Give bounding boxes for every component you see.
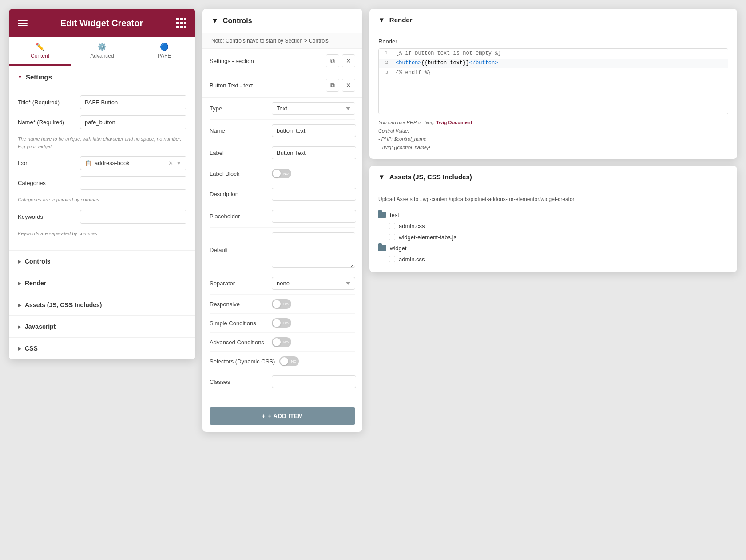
render-collapse-icon[interactable]: ▼ [378, 16, 385, 24]
hint-twig: - Twig: {{control_name}} [378, 145, 430, 150]
name-detail-input[interactable] [272, 124, 356, 137]
line-num-1: 1 [379, 49, 392, 57]
panel-header: Edit Widget Creator [9, 9, 195, 37]
settings-delete-btn[interactable]: ✕ [342, 54, 355, 67]
responsive-row: Responsive [210, 295, 355, 314]
responsive-toggle[interactable] [272, 299, 291, 309]
selectors-row: Selectors (Dynamic CSS) [210, 352, 355, 371]
settings-chevron: ▼ [18, 75, 22, 79]
advanced-conditions-toggle[interactable] [272, 337, 291, 347]
icon-select-wrapper[interactable]: 📋 address-book ✕ ▼ [80, 156, 186, 170]
folder-widget-contents: admin.css [389, 254, 728, 265]
code-editor-space [379, 78, 728, 114]
file-widget-tabs-js-checkbox[interactable] [389, 234, 395, 240]
controls-chevron: ▶ [18, 259, 21, 264]
keywords-input[interactable] [80, 210, 186, 224]
label-block-toggle[interactable] [272, 169, 291, 178]
default-textarea[interactable] [272, 232, 355, 268]
render-code-label: Render [378, 38, 728, 45]
settings-section-content: Title* (Required) Name* (Required) The n… [9, 88, 195, 251]
simple-conditions-label: Simple Conditions [210, 320, 267, 327]
label-input[interactable] [272, 146, 356, 159]
tab-advanced[interactable]: ⚙️ Advanced [71, 37, 133, 66]
title-input[interactable] [80, 95, 186, 109]
css-chevron: ▶ [18, 346, 21, 351]
title-label: Title* (Required) [18, 99, 75, 106]
label-field-label: Label [210, 150, 267, 156]
label-block-label: Label Block [210, 170, 267, 177]
assets-collapse-icon[interactable]: ▼ [378, 173, 385, 181]
advanced-conditions-row: Advanced Conditions [210, 333, 355, 352]
responsive-toggle-wrapper [272, 299, 355, 309]
advanced-tab-icon: ⚙️ [98, 43, 107, 51]
selectors-label: Selectors (Dynamic CSS) [210, 358, 275, 365]
button-text-copy-btn[interactable]: ⧉ [326, 79, 339, 92]
type-row: Type Text [210, 98, 355, 120]
keywords-label: Keywords [18, 213, 75, 220]
tab-content[interactable]: ✏️ Content [9, 37, 71, 66]
categories-label: Categories [18, 180, 75, 186]
hint-php: - PHP: $control_name [378, 136, 426, 142]
settings-section-header[interactable]: ▼ Settings [9, 66, 195, 88]
folder-widget-icon [378, 245, 386, 251]
grid-icon[interactable] [176, 18, 186, 28]
file-widget-tabs-js-name: widget-element-tabs.js [399, 234, 456, 241]
simple-conditions-row: Simple Conditions [210, 314, 355, 333]
file-widget-admin-css-name: admin.css [399, 256, 425, 263]
classes-input[interactable] [272, 375, 356, 388]
controls-label: Controls [25, 258, 51, 265]
settings-item-label: Settings - section [210, 58, 322, 64]
hamburger-icon[interactable] [18, 20, 28, 26]
icon-row: Icon 📋 address-book ✕ ▼ [18, 156, 186, 170]
button-text-item-label: Button Text - text [210, 82, 322, 89]
line-content-2: <button>{{button_text}}</button> [392, 59, 728, 67]
line-content-1: {% if button_text is not empty %} [392, 49, 728, 58]
button-text-delete-btn[interactable]: ✕ [342, 79, 355, 92]
placeholder-input[interactable] [272, 210, 356, 223]
controls-collapse-icon[interactable]: ▼ [211, 17, 218, 25]
render-section[interactable]: ▶ Render [9, 272, 195, 294]
selectors-toggle[interactable] [279, 356, 299, 366]
assets-path: Upload Assets to ..wp-content/uploads/pi… [378, 195, 728, 203]
tab-pafe-label: PAFE [158, 53, 171, 59]
right-panel: ▼ Render Render 1 {% if button_text is n… [369, 9, 737, 272]
description-label: Description [210, 191, 267, 197]
name-input[interactable] [80, 115, 186, 129]
code-line-3: 3 {% endif %} [379, 68, 728, 78]
javascript-section[interactable]: ▶ Javascript [9, 316, 195, 338]
keywords-hint: Keywords are separated by commas [18, 230, 186, 237]
folder-test-label: test [390, 212, 399, 218]
description-row: Description [210, 183, 355, 205]
type-select[interactable]: Text [272, 102, 355, 115]
separator-select[interactable]: none [272, 277, 355, 290]
categories-input[interactable] [80, 176, 186, 190]
code-editor-area[interactable]: 1 {% if button_text is not empty %} 2 <b… [379, 49, 728, 114]
icon-label: Icon [18, 160, 75, 166]
assets-panel: ▼ Assets (JS, CSS Includes) Upload Asset… [369, 166, 737, 272]
advanced-conditions-label: Advanced Conditions [210, 339, 267, 346]
file-widget-admin-css-checkbox[interactable] [389, 256, 395, 262]
icon-clear-btn[interactable]: ✕ [168, 160, 173, 166]
folder-widget-label: widget [390, 245, 407, 252]
pafe-tab-icon: 🔵 [160, 43, 169, 51]
assets-label: Assets (JS, CSS Includes) [25, 301, 102, 308]
line-content-3: {% endif %} [392, 68, 728, 77]
name-hint: The name have to be unique, with latin c… [18, 135, 186, 150]
add-item-button[interactable]: + + ADD ITEM [210, 407, 355, 425]
add-item-label: + ADD ITEM [268, 413, 303, 419]
controls-section[interactable]: ▶ Controls [9, 251, 195, 272]
simple-conditions-toggle[interactable] [272, 318, 291, 328]
simple-conditions-toggle-knob [273, 319, 281, 327]
assets-title: Assets (JS, CSS Includes) [389, 173, 472, 181]
icon-dropdown-btn[interactable]: ▼ [176, 160, 182, 166]
tab-pafe[interactable]: 🔵 PAFE [133, 37, 195, 66]
assets-section[interactable]: ▶ Assets (JS, CSS Includes) [9, 294, 195, 316]
css-section[interactable]: ▶ CSS [9, 338, 195, 359]
tag-close: </button> [469, 60, 498, 66]
separator-row: Separator none [210, 272, 355, 295]
twig-doc-link[interactable]: Twig Document [436, 120, 472, 125]
button-text-item-actions: ⧉ ✕ [326, 79, 355, 92]
file-admin-css-checkbox[interactable] [389, 223, 395, 229]
description-input[interactable] [272, 188, 356, 201]
settings-copy-btn[interactable]: ⧉ [326, 54, 339, 67]
